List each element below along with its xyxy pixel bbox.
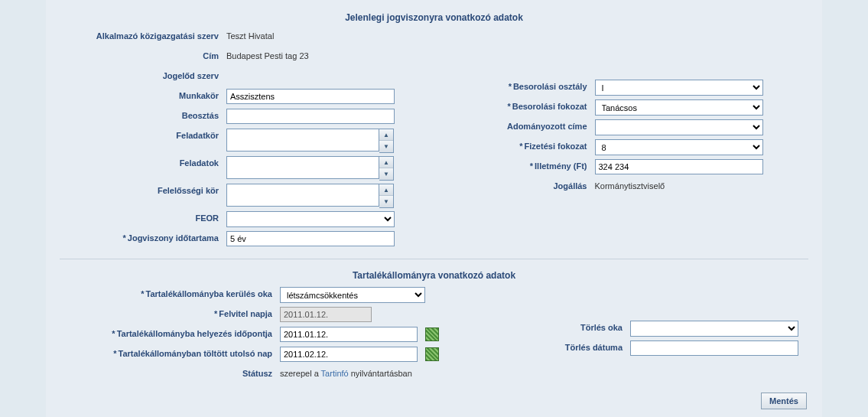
scroll-up-icon[interactable]: ▲ <box>379 184 393 196</box>
textarea-felelosseg[interactable] <box>226 184 379 207</box>
label-felelosseg: Felelősségi kör <box>58 184 226 195</box>
label-feladatkor: Feladatkör <box>58 129 226 140</box>
scroll-down-icon[interactable]: ▼ <box>379 168 393 180</box>
input-beosztas[interactable] <box>226 109 395 124</box>
select-feor[interactable] <box>226 211 395 227</box>
value-org: Teszt Hivatal <box>226 29 274 41</box>
input-helyezes[interactable] <box>280 327 418 342</box>
save-button[interactable]: Mentés <box>761 393 807 409</box>
select-fizetesi[interactable]: 8 <box>595 139 763 155</box>
input-torles-datum[interactable] <box>630 340 798 356</box>
label-beosztas: Beosztás <box>58 109 226 120</box>
label-illetmeny: *Illetmény (Ft) <box>457 159 595 171</box>
label-kerules: *Tartalékállományba kerülés oka <box>58 287 280 298</box>
tartinfo-link[interactable]: Tartinfó <box>321 369 349 378</box>
label-helyezes: *Tartalékállományba helyezés időpontja <box>58 327 280 338</box>
label-jogelod: Jogelőd szerv <box>58 69 226 80</box>
scroll-up-icon[interactable]: ▲ <box>379 157 393 168</box>
section1-title: Jelenlegi jogviszonyra vonatkozó adatok <box>54 9 814 29</box>
value-jogallas: Kormánytisztviselő <box>595 179 665 191</box>
textarea-feladatkor[interactable] <box>226 129 379 151</box>
input-munkakor[interactable] <box>226 89 395 104</box>
input-utolso[interactable] <box>280 347 418 362</box>
label-torles-datum: Törlés dátuma <box>485 340 630 352</box>
section2-title: Tartalékállományra vonatkozó adatok <box>54 267 814 287</box>
label-jogallas: Jogállás <box>457 179 595 191</box>
select-besorolasi-fokozat[interactable]: Tanácsos <box>595 99 763 116</box>
label-org: Alkalmazó közigazgatási szerv <box>58 29 226 41</box>
scroll-up-icon[interactable]: ▲ <box>379 129 393 141</box>
textarea-feladatok[interactable] <box>226 156 379 179</box>
label-torles-oka: Törlés oka <box>485 321 630 332</box>
calendar-icon[interactable] <box>425 347 439 361</box>
select-kerules[interactable]: létszámcsökkentés <box>280 287 425 303</box>
input-illetmeny[interactable] <box>595 159 763 174</box>
input-idotartam[interactable] <box>226 231 395 246</box>
label-feladatok: Feladatok <box>58 156 226 168</box>
label-felvitel: *Felvitel napja <box>58 307 280 318</box>
label-idotartam: *Jogviszony időtartama <box>58 231 226 243</box>
calendar-icon[interactable] <box>425 327 439 341</box>
label-statusz: Státusz <box>58 367 280 378</box>
select-torles-oka[interactable] <box>630 321 798 337</box>
label-adomany: Adományozott címe <box>457 119 595 131</box>
input-felvitel <box>280 307 372 322</box>
select-adomany[interactable] <box>595 119 763 135</box>
value-cim: Budapest Pesti tag 23 <box>226 49 309 60</box>
label-cim: Cím <box>58 49 226 60</box>
select-besorolasi-osztaly[interactable]: I <box>595 80 763 96</box>
label-besorolasi-fokozat: *Besorolási fokozat <box>457 99 595 111</box>
label-utolso: *Tartalékállományban töltött utolsó nap <box>58 347 280 358</box>
divider <box>60 259 808 259</box>
label-feor: FEOR <box>58 211 226 223</box>
scroll-down-icon[interactable]: ▼ <box>379 141 393 152</box>
label-munkakor: Munkakör <box>58 89 226 100</box>
label-besorolasi-osztaly: *Besorolási osztály <box>457 80 595 91</box>
label-fizetesi: *Fizetési fokozat <box>457 139 595 151</box>
value-statusz: szerepel a Tartinfó nyilvántartásban <box>280 367 412 378</box>
scroll-down-icon[interactable]: ▼ <box>379 196 393 207</box>
